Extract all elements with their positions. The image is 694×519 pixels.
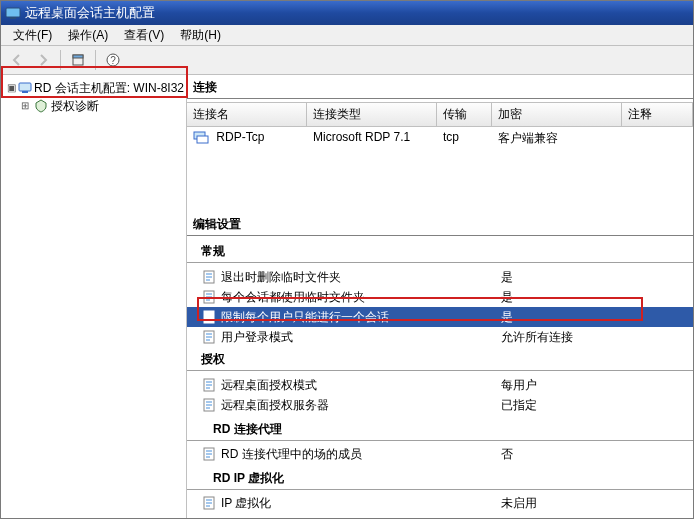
setting-label: RD 连接代理中的场的成员	[221, 445, 501, 463]
setting-row[interactable]: 远程桌面授权服务器 已指定	[187, 395, 693, 415]
content-pane: 连接 连接名 连接类型 传输 加密 注释	[187, 75, 693, 518]
cell-type: Microsoft RDP 7.1	[307, 130, 437, 147]
svg-rect-0	[6, 8, 20, 17]
setting-label: 远程桌面授权服务器	[221, 396, 501, 414]
menubar: 文件(F) 操作(A) 查看(V) 帮助(H)	[1, 25, 693, 46]
group-rule	[187, 262, 693, 265]
setting-value: 否	[501, 445, 513, 463]
col-enc[interactable]: 加密	[492, 103, 622, 126]
setting-row[interactable]: 每个会话都使用临时文件夹 是	[187, 287, 693, 307]
toolbar-separator	[95, 50, 96, 70]
window-title: 远程桌面会话主机配置	[25, 4, 155, 22]
tree-root-label: RD 会话主机配置: WIN-8I326	[34, 80, 184, 96]
toolbar: ?	[1, 46, 693, 75]
group-licensing: 授权	[187, 347, 693, 370]
host-icon	[18, 80, 32, 96]
cell-encryption: 客户端兼容	[492, 130, 622, 147]
cell-transport: tcp	[437, 130, 492, 147]
setting-row[interactable]: IP 虚拟化 未启用	[187, 493, 693, 513]
svg-rect-7	[22, 91, 28, 93]
group-rule	[187, 370, 693, 373]
setting-label: 限制每个用户只能进行一个会话	[221, 308, 501, 326]
settings-title: 编辑设置	[187, 212, 693, 235]
setting-label: 远程桌面授权模式	[221, 376, 501, 394]
group-broker: RD 连接代理	[187, 415, 693, 440]
tree-child[interactable]: ⊞ 授权诊断	[3, 97, 184, 115]
setting-value: 是	[501, 288, 513, 306]
property-icon	[201, 377, 217, 393]
diagnostics-icon	[33, 98, 49, 114]
table-header: 连接名 连接类型 传输 加密 注释	[187, 102, 693, 127]
menu-view[interactable]: 查看(V)	[116, 25, 172, 46]
menu-action[interactable]: 操作(A)	[60, 25, 116, 46]
setting-row[interactable]: 退出时删除临时文件夹 是	[187, 267, 693, 287]
tree-expander[interactable]: ⊞	[19, 98, 31, 114]
refresh-button[interactable]	[66, 48, 90, 72]
tree-expander[interactable]: ▣	[7, 80, 16, 96]
setting-value: 未启用	[501, 494, 537, 512]
property-icon	[201, 329, 217, 345]
toolbar-separator	[60, 50, 61, 70]
tree-root[interactable]: ▣ RD 会话主机配置: WIN-8I326	[3, 79, 184, 97]
property-icon	[201, 289, 217, 305]
property-icon	[201, 309, 217, 325]
col-type[interactable]: 连接类型	[307, 103, 437, 126]
cell-name: RDP-Tcp	[216, 130, 264, 144]
setting-label: IP 虚拟化	[221, 494, 501, 512]
svg-rect-1	[10, 17, 16, 19]
menu-file[interactable]: 文件(F)	[5, 25, 60, 46]
group-rule	[187, 489, 693, 491]
setting-value: 是	[501, 308, 513, 326]
menu-help[interactable]: 帮助(H)	[172, 25, 229, 46]
setting-label: 退出时删除临时文件夹	[221, 268, 501, 286]
cell-note	[622, 130, 693, 147]
connection-icon	[193, 130, 209, 146]
setting-value: 是	[501, 268, 513, 286]
svg-rect-6	[19, 83, 31, 91]
svg-rect-3	[73, 55, 83, 58]
app-icon	[5, 5, 21, 21]
connections-table: 连接名 连接类型 传输 加密 注释 RDP-Tcp Micro	[187, 102, 693, 150]
svg-rect-9	[197, 136, 208, 143]
setting-value: 每用户	[501, 376, 537, 394]
setting-row[interactable]: 用户登录模式 允许所有连接	[187, 327, 693, 347]
table-row[interactable]: RDP-Tcp Microsoft RDP 7.1 tcp 客户端兼容	[187, 127, 693, 150]
setting-label: 用户登录模式	[221, 328, 501, 346]
setting-row[interactable]: RD 连接代理中的场的成员 否	[187, 444, 693, 464]
help-button[interactable]: ?	[101, 48, 125, 72]
tree-pane: ▣ RD 会话主机配置: WIN-8I326 ⊞ 授权诊断	[1, 75, 187, 518]
setting-label: 每个会话都使用临时文件夹	[221, 288, 501, 306]
group-rule	[187, 440, 693, 442]
tree-child-label: 授权诊断	[51, 98, 99, 114]
titlebar: 远程桌面会话主机配置	[1, 1, 693, 25]
nav-back-button	[5, 48, 29, 72]
col-trans[interactable]: 传输	[437, 103, 492, 126]
setting-value: 已指定	[501, 396, 537, 414]
property-icon	[201, 397, 217, 413]
setting-value: 允许所有连接	[501, 328, 573, 346]
nav-forward-button	[31, 48, 55, 72]
property-icon	[201, 495, 217, 511]
col-name[interactable]: 连接名	[187, 103, 307, 126]
setting-row-selected[interactable]: 限制每个用户只能进行一个会话 是	[187, 307, 693, 327]
setting-row[interactable]: 远程桌面授权模式 每用户	[187, 375, 693, 395]
svg-text:?: ?	[110, 55, 116, 66]
col-note[interactable]: 注释	[622, 103, 693, 126]
connections-title: 连接	[187, 75, 693, 98]
group-general: 常规	[187, 239, 693, 262]
property-icon	[201, 446, 217, 462]
group-ipvirt: RD IP 虚拟化	[187, 464, 693, 489]
property-icon	[201, 269, 217, 285]
